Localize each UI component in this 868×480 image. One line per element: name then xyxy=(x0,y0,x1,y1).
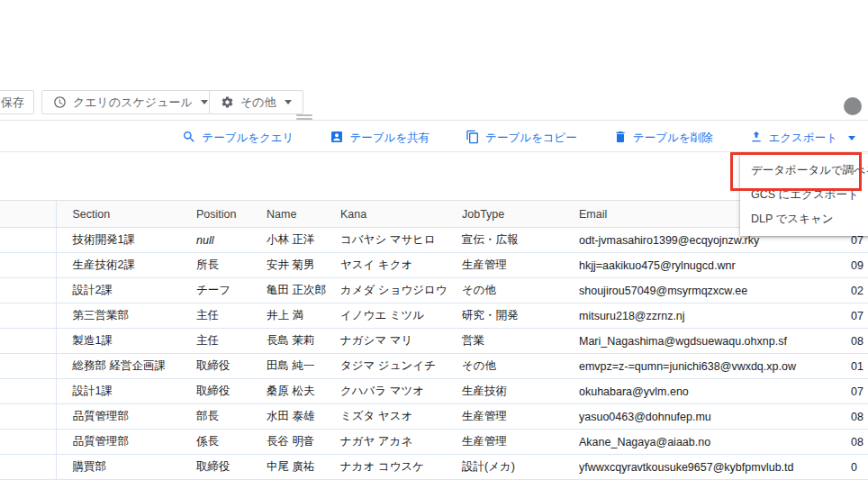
menu-item-dlp-scan[interactable]: DLP でスキャン xyxy=(740,207,868,231)
table-row: 技術開発1課null小林 正洋コバヤシ マサヒロ宣伝・広報odt-jvmasah… xyxy=(0,228,868,253)
table-cell: 品質管理部 xyxy=(56,430,189,455)
copy-table-button[interactable]: テーブルをコピー xyxy=(466,130,577,147)
table-body: 技術開発1課null小林 正洋コバヤシ マサヒロ宣伝・広報odt-jvmasah… xyxy=(0,228,868,480)
table-cell: 生産技術 xyxy=(455,379,572,404)
share-table-button[interactable]: テーブルを共有 xyxy=(330,130,429,147)
table-cell: 亀田 正次郎 xyxy=(259,278,333,303)
table-row: 製造1課主任長島 茉莉ナガシマ マリ営業Mari_Nagashima@wgdsu… xyxy=(0,329,868,354)
row-number-cell xyxy=(0,228,56,253)
splitter-handle[interactable] xyxy=(296,114,312,122)
table-cell: 製造1課 xyxy=(56,329,189,354)
schedule-query-button[interactable]: クエリのスケジュール xyxy=(41,90,220,114)
column-header: JobType xyxy=(455,201,572,228)
table-cell: 総務部 経営企画課 xyxy=(56,354,189,379)
table-cell: 01 xyxy=(833,354,868,379)
trash-icon xyxy=(613,130,628,147)
upload-icon xyxy=(749,130,764,147)
table-cell: ナガシマ マリ xyxy=(333,329,455,354)
table-cell: 07 xyxy=(833,379,868,404)
row-number-cell xyxy=(0,455,56,480)
results-table-container: SectionPositionNameKanaJobTypeEmail 技術開発… xyxy=(0,200,868,480)
chevron-down-icon xyxy=(201,100,208,104)
export-dropdown-menu: データポータルで調べる GCS にエクスポート DLP でスキャン xyxy=(740,154,868,236)
more-options-button[interactable]: その他 xyxy=(209,90,303,114)
row-number-cell xyxy=(0,354,56,379)
table-cell: mitsuru218@zzrnz.nj xyxy=(572,303,833,329)
table-row: 品質管理部部長水田 泰雄ミズタ ヤスオ生産管理yasuo0463@dohnufe… xyxy=(0,404,868,430)
delete-table-label: テーブルを削除 xyxy=(633,131,713,146)
table-cell: yfwwxcqyravtkousuke9657@kybfpmvlub.td xyxy=(572,455,833,480)
save-view-button[interactable]: を保存 xyxy=(0,90,34,114)
table-cell: ミズタ ヤスオ xyxy=(333,404,455,430)
table-cell: ナカオ コウスケ xyxy=(333,455,455,480)
table-cell: 設計(メカ) xyxy=(455,455,572,480)
table-cell: 07 xyxy=(833,303,868,329)
table-cell: 宣伝・広報 xyxy=(455,228,572,253)
table-cell: 生産管理 xyxy=(455,404,572,430)
menu-item-data-portal[interactable]: データポータルで調べる xyxy=(740,158,868,183)
table-row: 品質管理部係長長谷 明音ナガヤ アカネ生産管理Akane_Nagaya@aiaa… xyxy=(0,430,868,455)
row-number-cell xyxy=(0,329,56,354)
table-cell: 取締役 xyxy=(189,455,259,480)
table-cell: 桑原 松夫 xyxy=(259,379,333,404)
table-row: 設計1課取締役桑原 松夫クハバラ マツオ生産技術okuhabara@yvlm.e… xyxy=(0,379,868,404)
table-cell: yasuo0463@dohnufep.mu xyxy=(572,404,833,430)
query-table-button[interactable]: テーブルをクエリ xyxy=(182,130,294,147)
row-number-cell xyxy=(0,404,56,430)
chevron-down-icon xyxy=(285,100,292,104)
menu-item-gcs-export[interactable]: GCS にエクスポート xyxy=(740,183,868,207)
account-avatar[interactable] xyxy=(844,97,862,115)
table-cell: 主任 xyxy=(189,303,259,329)
table-cell: 技術開発1課 xyxy=(56,228,189,253)
table-cell: 設計2課 xyxy=(56,278,189,303)
clock-icon xyxy=(53,95,67,109)
table-cell: emvpz=z-=qumn=junichi638@vwxdq.xp.ow xyxy=(572,354,833,379)
schedule-query-label: クエリのスケジュール xyxy=(73,95,193,111)
table-row: 設計2課チーフ亀田 正次郎カメダ ショウジロウその他shoujirou57049… xyxy=(0,278,868,303)
table-cell: Akane_Nagaya@aiaab.no xyxy=(572,430,833,455)
table-cell: null xyxy=(189,228,259,253)
table-action-bar: テーブルをクエリ テーブルを共有 テーブルをコピー テーブルを削除 エクスポート xyxy=(0,125,868,150)
action-bar-divider xyxy=(0,151,868,152)
copy-table-label: テーブルをコピー xyxy=(485,131,577,146)
toolbar-divider xyxy=(0,120,868,121)
table-cell: 部長 xyxy=(189,404,259,430)
table-cell: 品質管理部 xyxy=(56,404,189,430)
export-button[interactable]: エクスポート xyxy=(749,130,855,147)
query-table-label: テーブルをクエリ xyxy=(202,131,294,146)
table-cell: ナガヤ アカネ xyxy=(333,430,455,455)
table-cell: 長谷 明音 xyxy=(259,430,333,455)
table-header-row: SectionPositionNameKanaJobTypeEmail xyxy=(0,201,868,228)
delete-table-button[interactable]: テーブルを削除 xyxy=(613,130,713,147)
more-options-label: その他 xyxy=(240,95,276,111)
table-cell: 08 xyxy=(833,430,868,455)
table-cell: 0 xyxy=(833,455,868,480)
bigquery-table-details-page: を保存 クエリのスケジュール その他 テーブルをクエリ テーブルを共有 xyxy=(0,0,868,480)
table-cell: 研究・開発 xyxy=(455,303,572,329)
copy-icon xyxy=(466,130,480,147)
column-header: Position xyxy=(189,201,259,228)
table-cell: 長島 茉莉 xyxy=(259,329,333,354)
table-cell: 09 xyxy=(833,253,868,278)
table-cell: クハバラ マツオ xyxy=(333,379,455,404)
share-table-label: テーブルを共有 xyxy=(349,131,429,146)
table-cell: 08 xyxy=(833,404,868,430)
table-cell: チーフ xyxy=(189,278,259,303)
column-header: Name xyxy=(259,201,333,228)
table-cell: 係長 xyxy=(189,430,259,455)
save-view-label: を保存 xyxy=(0,95,24,111)
table-cell: hkjj=aakikuo475@rylnugcd.wnr xyxy=(572,253,833,278)
table-cell: 生産技術2課 xyxy=(56,253,189,278)
table-cell: 08 xyxy=(833,329,868,354)
column-header: Kana xyxy=(333,201,455,228)
table-cell: okuhabara@yvlm.eno xyxy=(572,379,833,404)
table-cell: 井上 満 xyxy=(259,303,333,329)
table-row: 第三営業部主任井上 満イノウエ ミツル研究・開発mitsuru218@zzrnz… xyxy=(0,303,868,329)
table-cell: 安井 菊男 xyxy=(259,253,333,278)
table-cell: 水田 泰雄 xyxy=(259,404,333,430)
row-number-cell xyxy=(0,430,56,455)
row-number-cell xyxy=(0,253,56,278)
row-number-cell xyxy=(0,303,56,329)
table-cell: その他 xyxy=(455,278,572,303)
table-cell: 取締役 xyxy=(189,354,259,379)
